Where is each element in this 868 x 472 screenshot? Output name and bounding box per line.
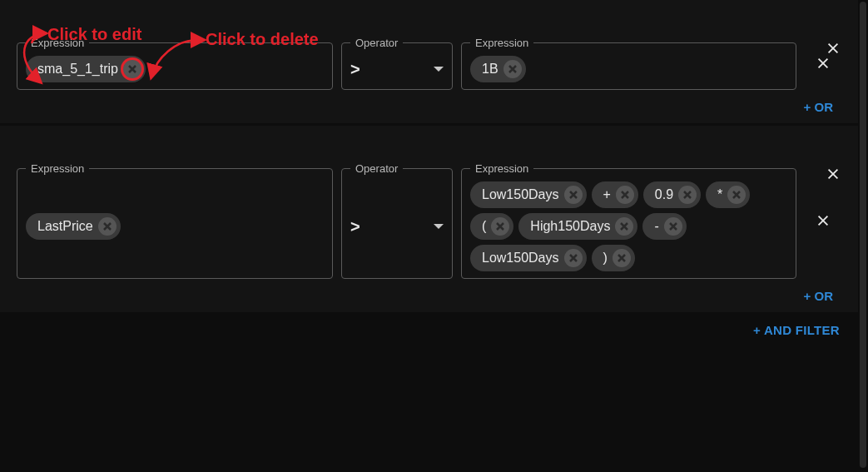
expression-chip[interactable]: Low150Days	[470, 245, 587, 271]
expression-chip[interactable]: 0.9	[643, 181, 701, 208]
chip-label: *	[717, 187, 722, 202]
remove-group-button[interactable]	[821, 37, 845, 60]
close-icon[interactable]	[564, 186, 583, 204]
chip-label: 0.9	[655, 187, 673, 202]
chip-label: High150Days	[530, 219, 610, 234]
close-icon[interactable]	[503, 60, 522, 78]
chip-label: 1B	[482, 62, 498, 77]
remove-group-button[interactable]	[821, 162, 845, 186]
operator-select[interactable]: Operator >	[341, 162, 453, 279]
field-label: Operator	[350, 162, 403, 175]
operator-value: >	[350, 60, 360, 79]
expression-chip[interactable]: Low150Days	[470, 181, 587, 208]
left-expression-field[interactable]: Expression sma_5_1_trip	[17, 37, 333, 90]
close-icon[interactable]	[616, 186, 634, 204]
expression-chip[interactable]: *	[706, 181, 750, 208]
operator-value: >	[350, 217, 360, 236]
chip-label: )	[603, 251, 608, 266]
scrollbar[interactable]	[860, 2, 866, 468]
operator-select[interactable]: Operator >	[341, 37, 453, 90]
left-expression-field[interactable]: Expression LastPrice	[17, 162, 333, 279]
close-icon[interactable]	[678, 186, 697, 204]
filter-group: Expression LastPrice Operator >	[0, 126, 858, 312]
chevron-down-icon	[434, 224, 444, 229]
expression-chip[interactable]: (	[470, 213, 513, 240]
expression-chip[interactable]: High150Days	[518, 213, 637, 240]
chevron-down-icon	[434, 67, 444, 72]
add-or-button[interactable]: + OR	[804, 289, 833, 303]
close-icon[interactable]	[98, 217, 117, 236]
chip-label: LastPrice	[37, 219, 93, 234]
filter-group: Expression sma_5_1_trip Operator >	[0, 0, 858, 123]
expression-chip[interactable]: +	[592, 181, 638, 208]
chip-label: +	[603, 187, 611, 202]
chip-label: sma_5_1_trip	[37, 62, 118, 77]
chip-label: Low150Days	[482, 187, 559, 202]
field-label: Expression	[26, 162, 89, 175]
field-label: Expression	[26, 37, 89, 49]
close-icon[interactable]	[613, 249, 631, 267]
close-icon[interactable]	[123, 60, 141, 78]
expression-chip[interactable]: 1B	[470, 56, 526, 82]
close-icon[interactable]	[615, 217, 633, 236]
close-icon[interactable]	[727, 186, 746, 204]
chip-label: -	[654, 219, 658, 234]
condition-row: Expression LastPrice Operator >	[17, 162, 841, 279]
right-expression-field[interactable]: Expression Low150Days + 0.9 * ( High150D…	[461, 162, 796, 279]
expression-chip[interactable]: LastPrice	[26, 213, 121, 240]
condition-row: Expression sma_5_1_trip Operator >	[17, 37, 841, 90]
close-icon[interactable]	[664, 217, 682, 236]
chip-label: Low150Days	[482, 251, 559, 266]
expression-chip[interactable]: )	[592, 245, 635, 271]
expression-chip[interactable]: sma_5_1_trip	[26, 56, 146, 82]
field-label: Expression	[470, 37, 533, 49]
close-icon[interactable]	[491, 217, 509, 236]
field-label: Expression	[470, 162, 533, 175]
chip-label: (	[482, 219, 486, 234]
add-or-button[interactable]: + OR	[804, 100, 833, 114]
close-icon[interactable]	[564, 249, 583, 267]
right-expression-field[interactable]: Expression 1B	[461, 37, 796, 90]
add-and-filter-button[interactable]: + AND FILTER	[753, 323, 840, 337]
expression-chip[interactable]: -	[642, 213, 686, 240]
field-label: Operator	[350, 37, 403, 49]
